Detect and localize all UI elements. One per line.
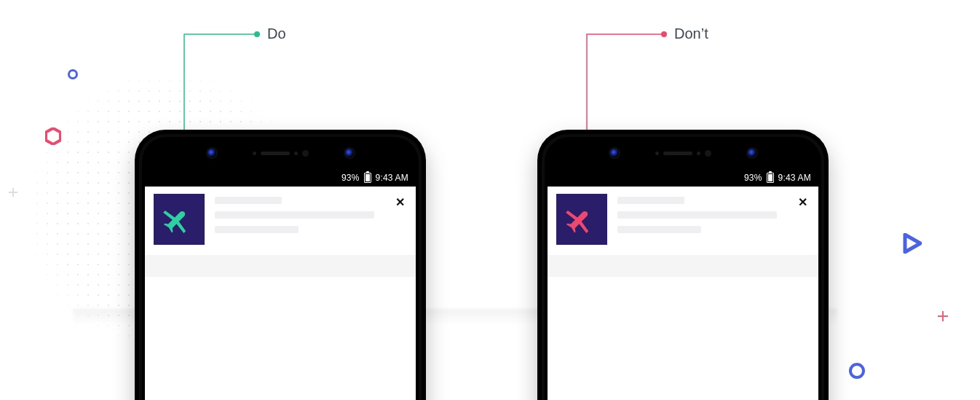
- plus-decoration-left: [9, 188, 17, 197]
- front-camera-icon: [610, 149, 619, 157]
- airplane-icon: [162, 202, 197, 237]
- plus-decoration-right: [938, 311, 948, 321]
- notification-app-icon: [556, 194, 607, 245]
- status-clock-text: 9:43 AM: [778, 173, 811, 183]
- notification-close-button[interactable]: ✕: [795, 194, 810, 209]
- notification-text-placeholder: [215, 194, 382, 240]
- do-callout-dot: [254, 31, 260, 37]
- phone-screen: 93% 9:43 AM ✕: [548, 169, 818, 400]
- do-phone-mockup: 93% 9:43 AM ✕: [135, 130, 426, 400]
- airplane-icon: [564, 202, 599, 237]
- sensor-cluster: [655, 150, 711, 157]
- battery-icon: [364, 173, 371, 183]
- android-status-bar: 93% 9:43 AM: [145, 169, 416, 187]
- small-ring-decoration: [68, 69, 78, 79]
- phone-screen: 93% 9:43 AM ✕: [145, 169, 416, 400]
- hexagon-decoration: [45, 128, 61, 145]
- play-triangle-decoration: [903, 233, 922, 254]
- ring-decoration-bottom: [849, 363, 865, 379]
- dont-callout-dot: [661, 31, 667, 37]
- notification-card: ✕: [145, 187, 416, 277]
- notification-action-row: [145, 255, 416, 277]
- android-status-bar: 93% 9:43 AM: [548, 169, 818, 187]
- front-camera-icon: [748, 149, 756, 157]
- diagram-stage: Do Don’t 93% 9:43 AM: [0, 0, 980, 400]
- dont-callout-label: Don’t: [674, 26, 708, 42]
- notification-text-placeholder: [617, 194, 785, 240]
- notification-app-icon: [154, 194, 205, 245]
- notification-action-row: [548, 255, 818, 277]
- front-camera-icon: [208, 149, 216, 157]
- svg-marker-0: [46, 128, 60, 144]
- notification-close-button[interactable]: ✕: [392, 194, 407, 209]
- svg-marker-1: [905, 235, 920, 252]
- do-callout-label: Do: [267, 26, 286, 42]
- status-clock-text: 9:43 AM: [376, 173, 408, 183]
- notification-card: ✕: [548, 187, 818, 277]
- battery-percent-text: 93%: [341, 173, 360, 183]
- phone-sensor-bar: [537, 146, 829, 160]
- front-camera-icon: [345, 149, 354, 157]
- sensor-cluster: [253, 150, 309, 157]
- battery-icon: [767, 173, 774, 183]
- dont-phone-mockup: 93% 9:43 AM ✕: [537, 130, 829, 400]
- battery-percent-text: 93%: [744, 173, 762, 183]
- phone-sensor-bar: [135, 146, 426, 160]
